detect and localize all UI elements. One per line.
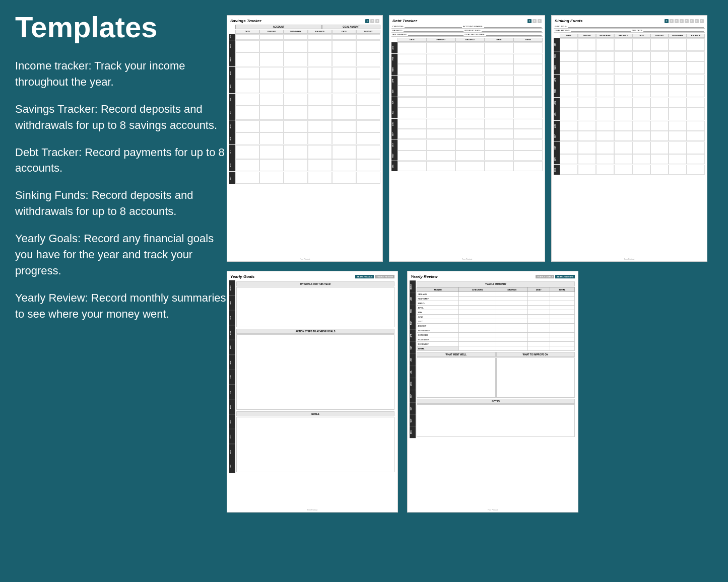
debt-footer: Free Printout xyxy=(389,258,545,260)
yr-col-checking: CHECKING xyxy=(459,287,496,292)
debt-tracker-card: Debt Tracker 1 2 3 CREDITOR: ACCOUNT NUM… xyxy=(389,15,545,262)
yr-footer: Free Printout xyxy=(408,509,578,511)
sf-page-5: 5 xyxy=(685,19,689,23)
yr-col-total: TOTAL xyxy=(550,287,574,292)
sinking-funds-card: Sinking Funds 1 2 3 4 5 6 7 8 FUND TITLE… xyxy=(551,15,707,262)
yg-action-area xyxy=(236,334,394,410)
debt-page-3: 3 xyxy=(538,19,542,23)
sinking-page-nums: 1 2 3 4 5 6 7 8 xyxy=(665,19,704,23)
sf-fund-title-row: FUND TITLE: xyxy=(554,25,705,29)
yearly-review-card: Yearly Review YEARLY GOALS YEARLY REVIEW… xyxy=(407,271,578,513)
yr-col-debt: DEBT xyxy=(528,287,550,292)
col-withdraw1: WITHDRAW xyxy=(284,30,308,34)
desc-yearly-review: Yearly Review: Record monthly summaries … xyxy=(15,290,227,322)
sf-month-rows: JAN FEB MAR APR MAY xyxy=(554,38,705,175)
debt-card-header: Debt Tracker 1 2 3 xyxy=(391,19,543,23)
balance-label: BALANCE: xyxy=(392,29,403,32)
yg-tag-goals: YEARLY GOALS xyxy=(355,275,374,278)
yr-col-savings: SAVINGS xyxy=(496,287,528,292)
yr-summary-table: MONTH CHECKING SAVINGS DEBT TOTAL JANUAR… xyxy=(417,287,575,351)
min-payment-label: MIN. PAYMENT: xyxy=(392,33,407,36)
debt-info-row3: MIN. PAYMENT: GOAL PAYOFF DATE: xyxy=(391,33,543,37)
sf-page-1: 1 xyxy=(665,19,669,23)
account-label: ACCOUNT xyxy=(235,25,322,29)
page-num-3: 3 xyxy=(375,19,379,23)
col-deposit2: DEPOSIT xyxy=(356,30,380,34)
left-panel: Templates Income tracker: Track your inc… xyxy=(15,10,227,333)
month-jan: JAN xyxy=(229,34,380,40)
yr-card-header: Yearly Review YEARLY GOALS YEARLY REVIEW xyxy=(410,274,576,279)
yr-tag-goals: YEARLY GOALS xyxy=(536,275,554,278)
page-title: Templates xyxy=(15,10,227,44)
col-date1: DATE xyxy=(235,30,259,34)
col-date2: DATE xyxy=(332,30,356,34)
yr-title: Yearly Review xyxy=(411,274,438,279)
yr-notes-title: NOTES xyxy=(417,399,575,404)
col-deposit1: DEPOSIT xyxy=(259,30,284,34)
sf-due-date-label: DUE DATE: xyxy=(632,29,642,32)
yr-went-well-area xyxy=(417,357,496,398)
debt-page-1: 1 xyxy=(527,19,532,23)
yr-tag-review: YEARLY REVIEW xyxy=(555,275,575,278)
yr-improve: WHAT TO IMPROVE ON xyxy=(496,352,575,398)
debt-info-row1: CREDITOR: ACCOUNT NUMBER: xyxy=(391,25,543,29)
yr-two-col: WHAT WENT WELL WHAT TO IMPROVE ON xyxy=(417,352,575,398)
col-balance1: BALANCE xyxy=(308,30,332,34)
debt-month-rows: JAN FEB MAR APR MAY xyxy=(391,42,543,171)
savings-month-rows: JAN FEB xyxy=(229,34,380,184)
yg-goals-section-title: MY GOALS FOR THIS YEAR xyxy=(236,281,394,286)
yr-body: INDEX JAN FEB MAR APR MAY JUN JUL AUG SE… xyxy=(410,280,576,438)
sf-page-4: 4 xyxy=(680,19,684,23)
yg-action-steps-title: ACTION STEPS TO ACHIEVE GOALS xyxy=(236,329,394,334)
desc-sinking: Sinking Funds: Record deposits and withd… xyxy=(15,187,227,220)
sf-page-3: 3 xyxy=(675,19,679,23)
desc-debt: Debt Tracker: Record payments for up to … xyxy=(15,144,227,177)
debt-page-nums: 1 2 3 xyxy=(527,19,542,23)
right-panel: Savings Tracker 1 2 3 ACCOUNT GOAL AMOUN… xyxy=(227,15,723,513)
yr-table-body: JANUARY FEBRUARY MARCH APRIL MAY JUNE JU… xyxy=(417,292,575,351)
yr-tags: YEARLY GOALS YEARLY REVIEW xyxy=(536,275,575,278)
yr-improve-area xyxy=(496,357,575,398)
yg-tags: YEARLY GOALS YEARLY REVIEW xyxy=(355,275,394,278)
desc-income: Income tracker: Track your income throug… xyxy=(15,58,227,90)
savings-title: Savings Tracker xyxy=(230,19,261,23)
goal-amount-label: GOAL AMOUNT xyxy=(322,25,380,29)
yr-side-tabs: INDEX JAN FEB MAR APR MAY JUN JUL AUG SE… xyxy=(410,280,416,438)
sinking-title: Sinking Funds xyxy=(555,19,582,23)
debt-title: Debt Tracker xyxy=(392,19,417,23)
sf-page-8: 8 xyxy=(700,19,704,23)
yg-main-content: MY GOALS FOR THIS YEAR ACTION STEPS TO A… xyxy=(235,280,395,473)
savings-card-header: Savings Tracker 1 2 3 xyxy=(229,19,380,23)
sf-page-2: 2 xyxy=(670,19,674,23)
yr-improve-title: WHAT TO IMPROVE ON xyxy=(496,352,575,357)
debt-info-row2: BALANCE: INTEREST RATE: xyxy=(391,29,543,33)
desc-savings: Savings Tracker: Record deposits and wit… xyxy=(15,101,227,133)
savings-tracker-card: Savings Tracker 1 2 3 ACCOUNT GOAL AMOUN… xyxy=(227,15,383,262)
yr-went-well-title: WHAT WENT WELL xyxy=(417,352,496,357)
page-num-1: 1 xyxy=(365,19,369,23)
yr-went-well: WHAT WENT WELL xyxy=(417,352,496,398)
top-templates-row: Savings Tracker 1 2 3 ACCOUNT GOAL AMOUN… xyxy=(227,15,723,262)
yg-goals-area xyxy=(236,287,394,327)
sf-page-6: 6 xyxy=(690,19,694,23)
interest-label: INTEREST RATE: xyxy=(465,29,481,32)
desc-yearly-goals: Yearly Goals: Record any financial goals… xyxy=(15,231,227,279)
yg-notes-area xyxy=(236,417,394,472)
sinking-card-header: Sinking Funds 1 2 3 4 5 6 7 8 xyxy=(554,19,705,23)
page-num-2: 2 xyxy=(370,19,374,23)
yg-card-header: Yearly Goals YEARLY GOALS YEARLY REVIEW xyxy=(229,274,395,279)
sf-page-7: 7 xyxy=(695,19,699,23)
sf-footer: Free Printout xyxy=(552,258,707,260)
yearly-goals-card: Yearly Goals YEARLY GOALS YEARLY REVIEW … xyxy=(227,271,398,513)
yr-summary-title: YEARLY SUMMARY xyxy=(417,281,575,286)
account-num-label: ACCOUNT NUMBER: xyxy=(463,25,483,28)
yg-body: INDEX JAN FEB MAR APR MAY JUN JUL AUG SE… xyxy=(229,280,395,473)
yr-main-content: YEARLY SUMMARY MONTH CHECKING SAVINGS DE… xyxy=(416,280,576,438)
yr-notes-area xyxy=(417,404,575,437)
yr-col-month: MONTH xyxy=(417,287,459,292)
sf-goal-amount-row: GOAL AMOUNT: DUE DATE: xyxy=(554,29,705,33)
fund-title-label: FUND TITLE: xyxy=(555,25,567,28)
goal-payoff-label: GOAL PAYOFF DATE: xyxy=(465,33,485,36)
savings-footer: Free Printout xyxy=(227,258,382,260)
yg-title: Yearly Goals xyxy=(230,274,254,279)
